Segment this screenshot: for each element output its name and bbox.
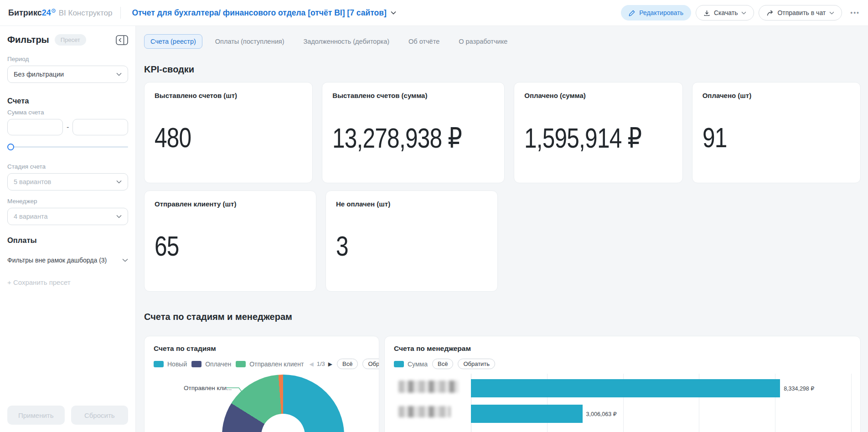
clock-icon — [52, 9, 56, 13]
kpi-card-label: Выставлено счетов (сумма) — [332, 92, 494, 99]
tab-about-report[interactable]: Об отчёте — [402, 34, 446, 49]
out-of-scope-filters-toggle[interactable]: Фильтры вне рамок дашборда (3) — [7, 257, 128, 264]
chevron-down-icon — [116, 180, 122, 184]
download-button-label: Скачать — [714, 9, 738, 16]
header-divider — [120, 7, 121, 19]
invoice-sum-label: Сумма счета — [7, 109, 128, 116]
invert-button[interactable]: Обратить — [362, 359, 379, 369]
legend-swatch — [394, 361, 404, 367]
bar-row: 8,334,298 ₽ — [471, 379, 851, 397]
kpi-card-value: 91 — [703, 121, 727, 154]
reset-button[interactable]: Сбросить — [71, 406, 129, 425]
pager-prev-icon[interactable]: ◀ — [310, 361, 314, 367]
collapse-sidebar-button[interactable] — [116, 35, 128, 45]
legend-label: Сумма — [408, 360, 428, 368]
bar-manager-2[interactable] — [471, 405, 583, 423]
kpi-cards-row1: Выставлено счетов (шт) 480 Выставлено сч… — [144, 82, 861, 183]
manager-select-placeholder: 4 варианта — [14, 213, 47, 220]
legend-label: Новый — [167, 360, 187, 368]
chevron-down-icon — [741, 11, 746, 15]
tab-receivables[interactable]: Задолженность (дебиторка) — [297, 34, 396, 49]
kpi-card-label: Оплачено (шт) — [703, 92, 850, 99]
download-icon — [703, 10, 710, 16]
gridline — [851, 374, 852, 432]
tab-payments[interactable]: Оплаты (поступления) — [209, 34, 291, 49]
slider-track — [7, 146, 128, 148]
kpi-card-paid-count: Оплачено (шт) 91 — [692, 82, 861, 183]
invoices-by-manager-chart-card: Счета по менеджерам Сумма Всё Обратить — [384, 336, 861, 432]
send-to-chat-button[interactable]: Отправить в чат — [759, 5, 842, 21]
top-header: Битрикс24 BI Конструктор Отчет для бухга… — [0, 0, 868, 26]
chevron-down-icon — [116, 215, 122, 218]
bar-manager-1[interactable] — [471, 379, 780, 397]
filters-sidebar: Фильтры Пресет Период Без фильтрации Сче… — [0, 26, 136, 432]
kpi-card-value: 3 — [336, 230, 348, 262]
bar-row: 3,006,063 ₽ — [471, 405, 851, 423]
select-all-button[interactable]: Всё — [432, 359, 453, 369]
kpi-card-paid-sum: Оплачено (сумма) 1,595,914 ₽ — [514, 82, 682, 183]
report-tabs: Счета (реестр) Оплаты (поступления) Задо… — [144, 34, 861, 49]
logo-text-bitrix: Битрикс — [8, 8, 42, 18]
legend-swatch — [191, 361, 202, 367]
pager-position: 1/3 — [317, 360, 325, 367]
stage-label: Стадия счета — [7, 163, 128, 170]
sum-to-input[interactable] — [72, 119, 128, 135]
bitrix24-logo: Битрикс24 BI Конструктор — [8, 8, 112, 18]
kpi-card-label: Отправлен клиенту (шт) — [155, 200, 306, 208]
kpi-section-title: KPI-сводки — [144, 64, 861, 75]
legend-label: Отправлен клиент — [249, 360, 304, 368]
share-arrow-icon — [766, 10, 774, 16]
kpi-card-value: 13,278,938 ₽ — [332, 121, 462, 154]
kpi-card-value: 1,595,914 ₽ — [524, 121, 641, 154]
header-actions: Редактировать Скачать Отправить в чат ••… — [621, 5, 860, 21]
send-to-chat-label: Отправить в чат — [777, 9, 826, 16]
report-title: Отчет для бухгалтера/ финансового отдела… — [132, 8, 386, 18]
kpi-card-label: Оплачено (сумма) — [524, 92, 672, 99]
kpi-card-label: Не оплачен (шт) — [336, 200, 487, 208]
stage-select[interactable]: 5 вариантов — [7, 173, 128, 190]
tab-about-developer[interactable]: О разработчике — [452, 34, 514, 49]
select-all-button[interactable]: Всё — [337, 359, 358, 369]
logo-suffix: BI Конструктор — [59, 9, 113, 18]
edit-button-label: Редактировать — [639, 9, 683, 16]
apply-button[interactable]: Применить — [7, 406, 65, 425]
range-separator: - — [67, 123, 69, 131]
period-label: Период — [7, 56, 128, 62]
legend-item-new[interactable]: Новый — [154, 360, 187, 368]
slider-handle[interactable] — [7, 144, 14, 150]
legend-swatch — [154, 361, 164, 367]
download-button[interactable]: Скачать — [696, 5, 754, 21]
legend-swatch — [236, 361, 246, 367]
payments-section-title: Оплаты — [7, 236, 128, 245]
invert-button[interactable]: Обратить — [458, 359, 495, 369]
filters-title: Фильтры — [7, 35, 49, 45]
save-preset-button[interactable]: + Сохранить пресет — [7, 278, 128, 286]
tab-invoices-register[interactable]: Счета (реестр) — [144, 34, 202, 49]
period-select-value: Без фильтрации — [14, 71, 64, 78]
logo-text-24: 24 — [42, 8, 51, 18]
kpi-card-unpaid-count: Не оплачен (шт) 3 — [326, 190, 498, 292]
legend-label: Оплачен — [205, 360, 231, 368]
kpi-card-invoices-sum: Выставлено счетов (сумма) 13,278,938 ₽ — [322, 82, 505, 183]
chevron-down-icon — [391, 11, 396, 15]
edit-button[interactable]: Редактировать — [621, 5, 691, 21]
chevron-down-icon — [116, 72, 122, 76]
stage-select-placeholder: 5 вариантов — [14, 178, 51, 185]
kpi-card-invoices-count: Выставлено счетов (шт) 480 — [144, 82, 313, 183]
sum-from-input[interactable] — [7, 119, 63, 135]
legend-item-paid[interactable]: Оплачен — [191, 360, 231, 368]
invoices-section-title: Счета — [7, 97, 128, 105]
more-options-button[interactable]: ••• — [850, 9, 860, 16]
pager-next-icon[interactable]: ▶ — [328, 361, 332, 367]
period-select[interactable]: Без фильтрации — [7, 66, 128, 83]
legend-item-sent[interactable]: Отправлен клиент — [236, 360, 304, 368]
pie-chart-title: Счета по стадиям — [154, 345, 370, 353]
manager-select[interactable]: 4 варианта — [7, 208, 128, 225]
legend-item-sum[interactable]: Сумма — [394, 360, 428, 368]
report-title-dropdown[interactable]: Отчет для бухгалтера/ финансового отдела… — [132, 8, 396, 18]
kpi-card-value: 65 — [155, 230, 179, 262]
sum-range-slider[interactable] — [7, 144, 128, 150]
bar-value-label: 8,334,298 ₽ — [784, 385, 814, 392]
chevron-down-icon — [122, 258, 128, 262]
legend-pager: ◀ 1/3 ▶ — [310, 360, 333, 367]
